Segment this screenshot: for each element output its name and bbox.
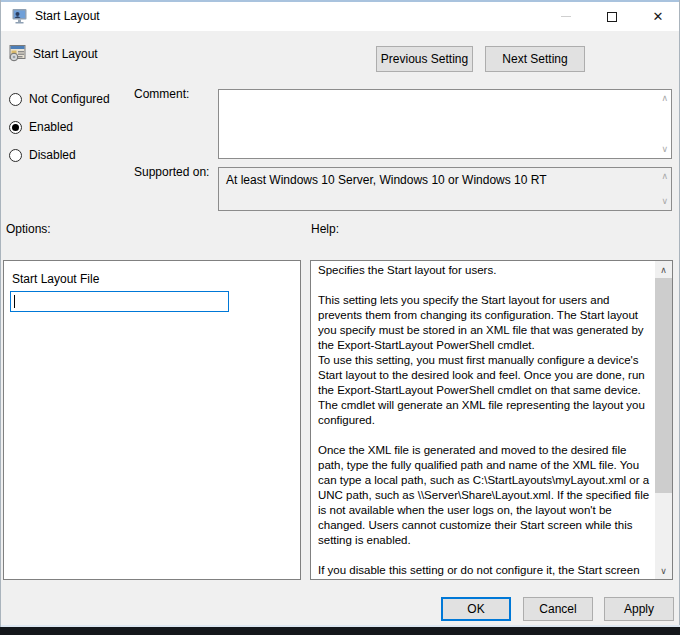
scroll-down-icon: ∨	[661, 145, 668, 154]
close-icon: ✕	[653, 10, 664, 23]
window-titlebar: Start Layout ✕	[1, 2, 679, 31]
options-panel: Start Layout File	[3, 260, 301, 580]
scrollbar-thumb[interactable]	[655, 278, 672, 493]
text-cursor	[14, 295, 15, 308]
group-policy-setting-window: Start Layout ✕ Start Layout Previous Set…	[0, 0, 680, 627]
ok-button[interactable]: OK	[441, 597, 511, 621]
radio-circle-disabled[interactable]	[9, 149, 22, 162]
help-panel: Specifies the Start layout for users. Th…	[310, 260, 673, 580]
minimize-button	[543, 2, 589, 31]
comment-textarea[interactable]	[219, 90, 653, 158]
radio-enabled[interactable]: Enabled	[9, 119, 73, 135]
apply-button[interactable]: Apply	[604, 597, 674, 621]
radio-label-disabled: Disabled	[29, 148, 76, 162]
scroll-down-button[interactable]: ∨	[655, 562, 672, 579]
setting-title: Start Layout	[33, 45, 98, 63]
supported-on-label: Supported on:	[134, 165, 209, 179]
previous-setting-button[interactable]: Previous Setting	[376, 46, 473, 72]
radio-circle-not-configured[interactable]	[9, 93, 22, 106]
radio-circle-enabled[interactable]	[9, 121, 22, 134]
window-title: Start Layout	[35, 2, 100, 31]
supported-on-box: At least Windows 10 Server, Windows 10 o…	[218, 167, 672, 211]
options-label: Options:	[6, 222, 51, 236]
group-policy-app-icon	[11, 8, 28, 25]
help-text: Specifies the Start layout for users. Th…	[311, 261, 655, 579]
radio-label-not-configured: Not Configured	[29, 92, 110, 106]
radio-not-configured[interactable]: Not Configured	[9, 91, 110, 107]
scroll-up-icon: ∧	[661, 172, 668, 181]
setting-icon	[9, 44, 27, 62]
maximize-button[interactable]	[589, 2, 635, 31]
scroll-down-icon: ∨	[661, 197, 668, 206]
help-label: Help:	[311, 222, 339, 236]
maximize-icon	[607, 12, 617, 22]
scroll-up-icon: ∧	[661, 94, 668, 103]
close-button[interactable]: ✕	[635, 2, 680, 31]
radio-label-enabled: Enabled	[29, 120, 73, 134]
supported-on-value: At least Windows 10 Server, Windows 10 o…	[226, 173, 649, 187]
start-layout-file-input[interactable]	[10, 291, 229, 312]
desktop-edge-strip	[0, 627, 680, 635]
next-setting-button[interactable]: Next Setting	[485, 46, 585, 72]
scroll-up-button[interactable]: ∧	[655, 261, 672, 278]
scroll-up-icon: ∧	[660, 265, 667, 275]
start-layout-file-label: Start Layout File	[12, 272, 99, 286]
comment-box: ∧ ∨	[218, 89, 672, 159]
help-scrollbar[interactable]: ∧ ∨	[655, 261, 672, 579]
radio-disabled[interactable]: Disabled	[9, 147, 76, 163]
scroll-down-icon: ∨	[660, 566, 667, 576]
comment-label: Comment:	[134, 87, 189, 101]
minimize-icon	[561, 16, 571, 17]
cancel-button[interactable]: Cancel	[523, 597, 593, 621]
